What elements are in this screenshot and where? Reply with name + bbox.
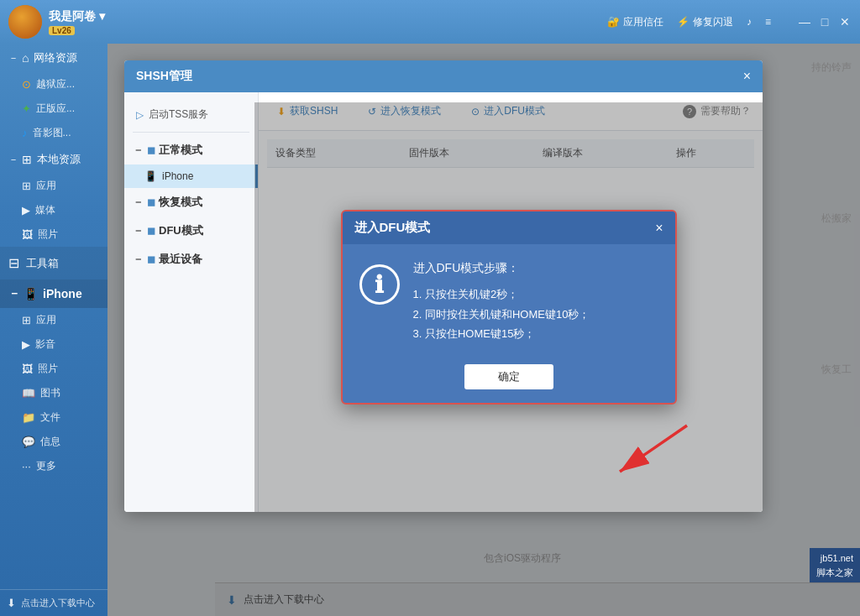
dfu-steps: 1. 只按住关机键2秒； 2. 同时按住关机键和HOME键10秒； 3. 只按住… xyxy=(413,285,658,343)
home-icon: ⌂ xyxy=(22,51,29,65)
iphone-media-icon: ▶ xyxy=(22,338,30,351)
recovery-icon: ◼ xyxy=(147,196,155,208)
dfu-confirm-button[interactable]: 确定 xyxy=(464,364,553,389)
tss-icon: ▷ xyxy=(136,109,144,121)
sidebar-section-network[interactable]: － ⌂ 网络资源 xyxy=(0,44,108,72)
shsh-recent-devices[interactable]: － ◼ 最近设备 xyxy=(124,245,258,274)
dfu-body: ℹ 进入DFU模式步骤： 1. 只按住关机键2秒； 2. 同时按住关机键和HOM… xyxy=(343,244,675,357)
shsh-close-button[interactable]: × xyxy=(743,69,751,84)
dfu-icon: ◼ xyxy=(147,225,155,237)
dfu-close-button[interactable]: × xyxy=(655,221,663,236)
sidebar: － ⌂ 网络资源 ⊙ 越狱应... ✦ 正版应... ♪ 音影图... － ⊞ … xyxy=(0,44,108,616)
sidebar-item-jailbreak[interactable]: ⊙ 越狱应... xyxy=(0,72,108,97)
signal-icon: ≡ xyxy=(765,16,771,28)
sidebar-toolbox[interactable]: ⊟ 工具箱 xyxy=(0,247,108,279)
iphone-messages-icon: 💬 xyxy=(22,436,35,448)
download-center-btn[interactable]: ⬇ 点击进入下载中心 xyxy=(0,589,108,616)
dfu-step2: 2. 同时按住关机键和HOME键10秒； xyxy=(413,305,658,324)
download-icon: ⬇ xyxy=(7,597,16,609)
iphone-files-icon: 📁 xyxy=(22,411,35,424)
collapse-icon: － xyxy=(8,51,18,65)
user-level: Lv26 xyxy=(49,26,75,35)
jailbreak-icon: ⊙ xyxy=(22,78,31,91)
official-icon: ✦ xyxy=(22,102,31,115)
sidebar-item-iphone-media[interactable]: ▶ 影音 xyxy=(0,332,108,357)
sidebar-iphone-header[interactable]: － 📱 iPhone xyxy=(0,279,108,308)
red-arrow xyxy=(595,417,695,487)
app-icon: ⊞ xyxy=(22,180,31,192)
sidebar-item-photos[interactable]: 🖼 照片 xyxy=(0,222,108,247)
normal-mode-icon: ◼ xyxy=(147,144,155,156)
sidebar-item-iphone-messages[interactable]: 💬 信息 xyxy=(0,430,108,454)
divider1 xyxy=(133,132,249,133)
music2-icon: ♪ xyxy=(22,127,28,139)
shsh-sidebar: ▷ 启动TSS服务 － ◼ 正常模式 📱 iPhone xyxy=(124,92,259,512)
media-icon: ▶ xyxy=(22,204,30,217)
sidebar-item-iphone-books[interactable]: 📖 图书 xyxy=(0,381,108,405)
sidebar-item-official[interactable]: ✦ 正版应... xyxy=(0,97,108,121)
dfu-content: 进入DFU模式步骤： 1. 只按住关机键2秒； 2. 同时按住关机键和HOME键… xyxy=(413,261,658,343)
sidebar-item-iphone-files[interactable]: 📁 文件 xyxy=(0,405,108,430)
signal-icon-btn[interactable]: ≡ xyxy=(765,16,771,28)
main-layout: － ⌂ 网络资源 ⊙ 越狱应... ✦ 正版应... ♪ 音影图... － ⊞ … xyxy=(0,44,860,616)
titlebar-right: 🔐 应用信任 ⚡ 修复闪退 ♪ ≡ — □ ✕ xyxy=(607,15,852,29)
dfu-title: 进入DFU模式 xyxy=(354,220,431,236)
sidebar-item-media[interactable]: ▶ 媒体 xyxy=(0,198,108,222)
watermark: jb51.net 脚本之家 xyxy=(810,548,860,582)
modal-overlay: SHSH管理 × ▷ 启动TSS服务 － ◼ 正常模式 xyxy=(108,44,860,616)
music-icon: ♪ xyxy=(747,16,752,28)
collapse-iphone-icon: － xyxy=(8,286,20,301)
minimize-button[interactable]: — xyxy=(798,15,811,29)
start-tss-btn[interactable]: ▷ 启动TSS服务 xyxy=(124,101,258,128)
sidebar-item-music[interactable]: ♪ 音影图... xyxy=(0,121,108,145)
photos-icon: 🖼 xyxy=(22,228,33,241)
iphone-icon: 📱 xyxy=(24,287,38,300)
close-button[interactable]: ✕ xyxy=(838,15,852,29)
dfu-info-icon: ℹ xyxy=(359,264,400,305)
avatar xyxy=(8,5,42,39)
music-button[interactable]: ♪ xyxy=(747,16,752,28)
shsh-normal-mode[interactable]: － ◼ 正常模式 xyxy=(124,136,258,164)
iphone-books-icon: 📖 xyxy=(22,387,35,399)
shsh-iphone-item[interactable]: 📱 iPhone xyxy=(124,164,258,188)
sidebar-section-local[interactable]: － ⊞ 本地资源 xyxy=(0,145,108,174)
sidebar-item-iphone-app[interactable]: ⊞ 应用 xyxy=(0,308,108,332)
svg-line-1 xyxy=(620,425,687,472)
dfu-step3: 3. 只按住HOME键15秒； xyxy=(413,324,658,343)
username-area: 我是阿卷 ▾ Lv26 xyxy=(49,9,105,35)
shsh-titlebar: SHSH管理 × xyxy=(124,60,763,92)
shsh-window: SHSH管理 × ▷ 启动TSS服务 － ◼ 正常模式 xyxy=(124,60,763,512)
watermark-line1: jb51.net xyxy=(816,551,853,566)
content-area: 持的铃声 松搬家 恢复工 包含iOS驱动程序 SHSH管理 × xyxy=(108,44,860,616)
dfu-titlebar: 进入DFU模式 × xyxy=(343,211,675,244)
trust-icon: 🔐 xyxy=(607,16,620,28)
iphone-sub-icon: 📱 xyxy=(144,170,157,182)
username: 我是阿卷 ▾ xyxy=(49,9,105,24)
dfu-step1: 1. 只按住关机键2秒； xyxy=(413,285,658,304)
repair-icon: ⚡ xyxy=(677,16,690,28)
watermark-line2: 脚本之家 xyxy=(816,566,853,580)
monitor-icon: ⊞ xyxy=(22,153,32,166)
repair-button[interactable]: ⚡ 修复闪退 xyxy=(677,15,733,29)
dfu-dialog: 进入DFU模式 × ℹ 进入DFU模式步骤： 1. 只按住关机键2秒； 2. 同… xyxy=(341,210,677,404)
iphone-photos-icon: 🖼 xyxy=(22,363,33,375)
sidebar-item-iphone-more[interactable]: ··· 更多 xyxy=(0,454,108,478)
iphone-app-icon: ⊞ xyxy=(22,314,31,326)
title-bar: 我是阿卷 ▾ Lv26 🔐 应用信任 ⚡ 修复闪退 ♪ ≡ — □ ✕ xyxy=(0,0,860,44)
iphone-more-icon: ··· xyxy=(22,460,31,472)
shsh-dfu-mode[interactable]: － ◼ DFU模式 xyxy=(124,217,258,245)
maximize-button[interactable]: □ xyxy=(818,15,831,29)
dfu-intro: 进入DFU模式步骤： xyxy=(413,261,658,276)
recent-icon: ◼ xyxy=(147,253,155,265)
shsh-title: SHSH管理 xyxy=(136,69,192,84)
dfu-overlay: 进入DFU模式 × ℹ 进入DFU模式步骤： 1. 只按住关机键2秒； 2. 同… xyxy=(254,102,763,512)
shsh-recovery-mode[interactable]: － ◼ 恢复模式 xyxy=(124,188,258,217)
collapse-local-icon: － xyxy=(8,153,18,167)
toolbox-icon: ⊟ xyxy=(8,255,19,271)
window-controls: — □ ✕ xyxy=(798,15,852,29)
trust-button[interactable]: 🔐 应用信任 xyxy=(607,15,663,29)
sidebar-item-app[interactable]: ⊞ 应用 xyxy=(0,174,108,198)
dfu-footer: 确定 xyxy=(343,358,675,403)
sidebar-item-iphone-photos[interactable]: 🖼 照片 xyxy=(0,357,108,381)
